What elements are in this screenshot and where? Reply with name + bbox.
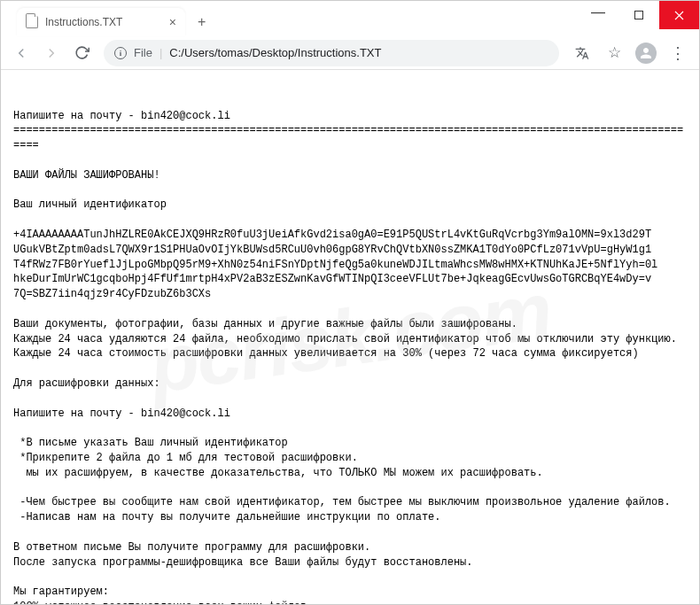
text-line: Для расшифровки данных: [13, 377, 160, 390]
address-separator: | [159, 46, 162, 59]
id-line: UGukVBtZptm0adsL7QWX9r1S1PHUaOvOIjYkBUWs… [13, 244, 651, 256]
reload-button[interactable] [68, 40, 95, 66]
id-line: 7Q=SBZ7iin4qjz9r4CyFDzubZ6b3CXs [13, 288, 211, 300]
text-line: мы их расшифруем, в качестве доказательс… [13, 467, 543, 479]
text-line: -Написав нам на почту вы получите дальне… [13, 511, 440, 524]
tabs-row: Instructions.TXT × + [17, 8, 213, 36]
menu-icon[interactable]: ⋮ [664, 39, 692, 67]
window-controls: — [578, 1, 699, 29]
svg-rect-0 [635, 12, 643, 19]
address-prefix: File [134, 46, 152, 59]
browser-toolbar: i File | C:/Users/tomas/Desktop/Instruct… [1, 36, 699, 70]
text-line: Напишите на почту - bin420@cock.li [13, 407, 230, 420]
close-tab-icon[interactable]: × [169, 15, 176, 29]
text-line: Напишите на почту - bin420@cock.li [13, 110, 230, 122]
id-line: T4fRWz7FB0rYueflJjLpoGMbpQ95rM9+XhN0z54n… [13, 259, 657, 271]
bookmark-star-icon[interactable]: ☆ [600, 39, 628, 67]
address-bar[interactable]: i File | C:/Users/tomas/Desktop/Instruct… [104, 40, 559, 66]
text-line: Ваши документы, фотографии, базы данных … [13, 318, 517, 330]
text-line: 100% успешное восстановление всех ваших … [13, 601, 307, 604]
window-titlebar: Instructions.TXT × + — [1, 1, 699, 36]
text-line: Мы гарантируем: [13, 586, 109, 598]
profile-avatar[interactable] [635, 43, 657, 64]
minimize-button[interactable]: — [578, 0, 618, 27]
text-line: Каждые 24 часа стоимость расшифровки дан… [13, 347, 639, 360]
text-line: *Прикрепите 2 файла до 1 мб для тестовой… [13, 452, 358, 464]
separator-line: ========================================… [13, 124, 683, 151]
text-line: Ваш личный идентификатор [13, 198, 167, 211]
back-button[interactable] [8, 40, 35, 66]
text-line: -Чем быстрее вы сообщите нам свой иденти… [13, 496, 671, 508]
text-line: В ответном письме Вы получите программу … [13, 541, 370, 554]
close-window-button[interactable] [659, 1, 699, 29]
browser-tab[interactable]: Instructions.TXT × [17, 8, 185, 36]
id-line: hkeDurImUrWC1gcqboHpj4FfUf1mrtpH4xPV2aB3… [13, 273, 651, 285]
translate-icon[interactable] [568, 39, 596, 67]
info-icon[interactable]: i [114, 47, 127, 59]
text-line: *В письме указать Ваш личный идентификат… [13, 437, 288, 449]
text-line: Каждые 24 часа удаляются 24 файла, необх… [13, 333, 677, 345]
file-icon [26, 16, 38, 28]
page-content: pcrisk.com Напишите на почту - bin420@co… [1, 70, 699, 604]
text-line: ВАШИ ФАЙЛЫ ЗАШИФРОВАНЫ! [13, 169, 160, 182]
address-path: C:/Users/tomas/Desktop/Instructions.TXT [169, 46, 381, 59]
tab-title: Instructions.TXT [45, 16, 162, 28]
maximize-button[interactable] [618, 1, 659, 29]
new-tab-button[interactable]: + [191, 14, 213, 30]
text-line: После запуска программы-дешифровщика все… [13, 556, 472, 569]
forward-button[interactable] [38, 40, 65, 66]
id-line: +4IAAAAAAAATunJhHZLRE0AkCEJXQ9HRzR0fuU3j… [13, 229, 651, 241]
